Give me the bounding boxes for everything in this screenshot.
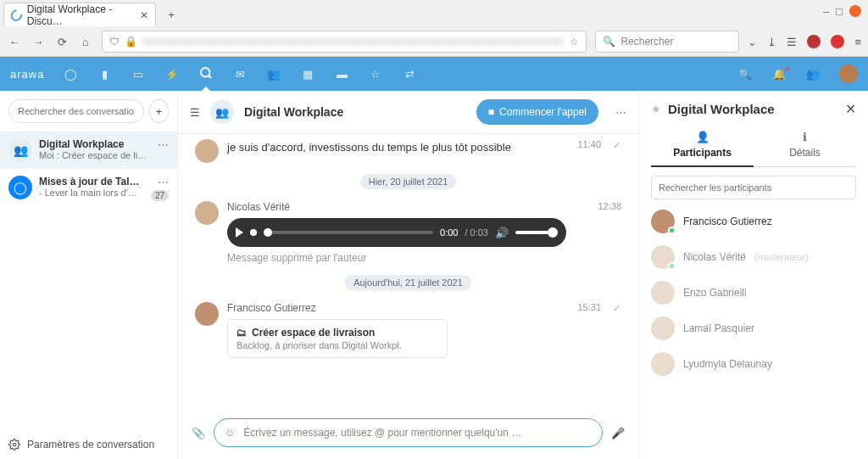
nav-more-icon[interactable]: ⇄ xyxy=(402,68,417,81)
nav-files-icon[interactable]: ▮ xyxy=(97,68,112,81)
favorite-star-icon[interactable]: ★ xyxy=(651,103,661,115)
panel-title: Digital Workplace xyxy=(668,102,775,116)
message-avatar xyxy=(195,302,219,326)
gear-icon xyxy=(8,439,20,451)
message-author: Francisco Gutierrez xyxy=(227,302,569,314)
conversation-settings-link[interactable]: Paramètres de conversation xyxy=(0,430,177,459)
url-bar[interactable]: 🛡 🔒 ☆ xyxy=(102,31,587,53)
group-avatar-icon: 👥 xyxy=(8,138,32,162)
play-icon[interactable] xyxy=(236,227,243,238)
close-panel-icon[interactable]: ✕ xyxy=(845,101,856,117)
chat-menu-icon[interactable]: ⋯ xyxy=(615,106,626,119)
conversation-search-input[interactable] xyxy=(8,99,144,123)
read-check-icon: ✓ xyxy=(613,139,621,163)
window-minimize[interactable]: – xyxy=(823,5,829,18)
nav-mail-icon[interactable]: ✉ xyxy=(232,68,248,81)
svg-point-1 xyxy=(13,443,16,446)
start-call-button[interactable]: ■ Commencer l'appel xyxy=(476,99,598,125)
message-time: 15:31 xyxy=(577,302,601,358)
nav-bookmarks-icon[interactable]: ☆ xyxy=(368,68,383,81)
volume-bar[interactable] xyxy=(515,231,558,234)
nav-contacts-icon[interactable]: 👥 xyxy=(266,68,281,81)
tab-title: Digital Workplace - Discu… xyxy=(27,3,135,27)
conversation-item[interactable]: ◯ Mises à jour de Talk ✅ - Lever la main… xyxy=(0,169,177,208)
conversation-menu-icon[interactable]: ⋯ xyxy=(158,138,169,151)
deck-card[interactable]: 🗂 Créer espace de livraison Backlog, à p… xyxy=(227,319,448,358)
nav-calendar-icon[interactable]: ▦ xyxy=(300,68,315,81)
nav-notifications-icon[interactable]: 🔔 xyxy=(771,68,787,81)
unread-badge: 27 xyxy=(151,190,169,201)
bookmark-star-icon[interactable]: ☆ xyxy=(570,36,579,48)
participant-name: Lyudmyla Delaunay xyxy=(683,358,772,370)
browser-search[interactable]: 🔍 Rechercher xyxy=(595,31,739,53)
conversation-item[interactable]: 👥 Digital Workplace Moi : Créer espace d… xyxy=(0,132,177,169)
window-controls: – □ xyxy=(823,5,861,18)
info-icon: ℹ xyxy=(754,131,856,143)
message-row: Francisco Gutierrez 🗂 Créer espace de li… xyxy=(195,302,621,358)
room-avatar-icon: 👥 xyxy=(210,100,234,124)
deleted-message-text: Message supprimé par l'auteur xyxy=(227,252,589,264)
conversation-menu-icon[interactable]: ⋯ xyxy=(158,176,169,188)
user-avatar[interactable] xyxy=(839,64,858,83)
volume-icon[interactable]: 🔊 xyxy=(495,227,509,239)
browser-menu[interactable]: ≡ xyxy=(854,36,861,48)
new-conversation-button[interactable]: + xyxy=(149,99,169,123)
seek-start-dot xyxy=(250,229,257,236)
participant-row[interactable]: Lyudmyla Delaunay xyxy=(651,352,856,376)
voice-record-icon[interactable]: 🎤 xyxy=(611,427,625,439)
account-icon[interactable]: ☰ xyxy=(787,36,797,48)
message-time: 11:40 xyxy=(577,139,601,163)
nav-contacts-menu-icon[interactable]: 👥 xyxy=(805,68,821,81)
participant-avatar xyxy=(651,210,675,233)
message-time: 12:38 xyxy=(598,201,621,264)
participant-row[interactable]: Nicolas Vérité (modérateur) xyxy=(651,245,856,269)
participants-search-input[interactable] xyxy=(651,176,856,199)
tab-participants[interactable]: 👤 Participants xyxy=(651,131,754,167)
nav-deck-icon[interactable]: ▬ xyxy=(334,68,349,81)
emoji-icon[interactable]: ☺ xyxy=(225,427,235,439)
nav-search-icon[interactable]: 🔍 xyxy=(737,68,753,81)
call-label: Commencer l'appel xyxy=(499,106,587,118)
message-input[interactable]: ☺ Écrivez un message, utilisez @ pour me… xyxy=(214,418,603,447)
tab-close-icon[interactable]: ✕ xyxy=(140,9,148,21)
adblock-ext-icon[interactable] xyxy=(831,35,844,48)
app-avatar-icon: ◯ xyxy=(8,176,32,199)
nav-talk-icon[interactable] xyxy=(198,65,214,83)
reload-button[interactable]: ⟳ xyxy=(54,36,70,48)
chat-pane: ☰ 👥 Digital Workplace ■ Commencer l'appe… xyxy=(178,91,639,459)
browser-chrome: – □ Digital Workplace - Discu… ✕ + ← → ⟳… xyxy=(0,0,868,57)
toggle-sidebar-icon[interactable]: ☰ xyxy=(190,106,200,119)
seek-bar[interactable] xyxy=(264,231,433,234)
attach-icon[interactable]: 📎 xyxy=(192,427,205,439)
message-composer: 📎 ☺ Écrivez un message, utilisez @ pour … xyxy=(178,410,638,459)
conversation-title: Digital Workplace xyxy=(39,138,151,150)
pocket-icon[interactable]: ⌄ xyxy=(748,36,757,48)
forward-button[interactable]: → xyxy=(31,36,46,48)
browser-tab[interactable]: Digital Workplace - Discu… ✕ xyxy=(3,3,156,26)
message-avatar xyxy=(195,139,219,163)
participant-row[interactable]: Lamaï Pasquier xyxy=(651,316,856,340)
home-button[interactable]: ⌂ xyxy=(78,36,93,48)
window-maximize[interactable]: □ xyxy=(836,5,843,18)
new-tab-button[interactable]: + xyxy=(159,8,183,21)
url-text xyxy=(142,37,565,46)
messages-scroll[interactable]: je suis d'accord, investissons du temps … xyxy=(178,134,638,410)
tab-details[interactable]: ℹ Détails xyxy=(754,131,856,167)
nav-activity-icon[interactable]: ⚡ xyxy=(164,68,180,81)
window-close[interactable] xyxy=(849,5,861,17)
favicon-icon xyxy=(8,7,25,23)
nav-photos-icon[interactable]: ▭ xyxy=(131,68,146,81)
ublock-ext-icon[interactable] xyxy=(807,35,821,48)
nav-dashboard-icon[interactable]: ◯ xyxy=(63,68,78,81)
participant-row[interactable]: Enzo Gabrielli xyxy=(651,281,856,305)
participant-name: Enzo Gabrielli xyxy=(683,287,747,299)
room-title: Digital Workplace xyxy=(244,105,343,119)
video-icon: ■ xyxy=(488,106,494,118)
back-button[interactable]: ← xyxy=(7,36,22,48)
downloads-icon[interactable]: ⤓ xyxy=(767,36,776,48)
participant-row[interactable]: Francisco Gutierrez xyxy=(651,210,856,233)
message-row: Nicolas Vérité 0:00 / 0:03 🔊 Message sup… xyxy=(195,201,621,264)
lock-icon: 🔒 xyxy=(125,36,137,48)
audio-player[interactable]: 0:00 / 0:03 🔊 xyxy=(227,218,566,247)
composer-placeholder: Écrivez un message, utilisez @ pour ment… xyxy=(243,427,521,439)
